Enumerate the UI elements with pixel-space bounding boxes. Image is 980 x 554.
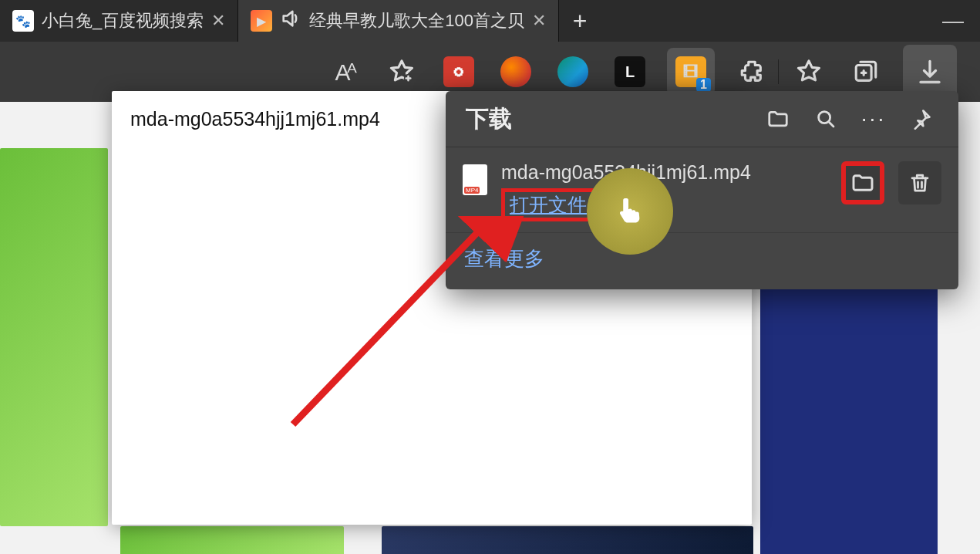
download-filename: mda-mg0a5534hjj1mj61.mp4: [501, 161, 841, 184]
pin-icon[interactable]: [904, 102, 938, 136]
tab-active-video-page[interactable]: ▶ 经典早教儿歌大全100首之贝 ✕: [238, 0, 559, 42]
download-actions: [841, 161, 941, 204]
extension-convert-icon[interactable]: [496, 52, 536, 92]
extension-l-icon[interactable]: L: [610, 52, 650, 92]
download-item[interactable]: mda-mg0a5534hjj1mj61.mp4 打开文件: [446, 147, 958, 233]
video-thumbnail[interactable]: [0, 148, 108, 526]
baidu-paw-icon: 🐾: [12, 10, 34, 32]
extension-video-catcher[interactable]: 🎞1: [667, 48, 715, 96]
favorites-button[interactable]: [789, 52, 829, 92]
minimize-button[interactable]: —: [926, 0, 980, 42]
extensions-button[interactable]: [732, 52, 772, 92]
open-file-link[interactable]: 打开文件: [501, 188, 595, 221]
collections-button[interactable]: [846, 52, 886, 92]
downloads-panel: 下载 ··· mda-mg0a5534hjj1mj61.mp4 打开文件 查看更…: [446, 91, 958, 289]
open-downloads-folder-icon[interactable]: [761, 102, 795, 136]
video-thumbnail[interactable]: [382, 526, 753, 554]
tab-strip: 🐾 小白兔_百度视频搜索 ✕ ▶ 经典早教儿歌大全100首之贝 ✕ + —: [0, 0, 980, 42]
video-app-icon: ▶: [251, 10, 272, 32]
extension-downloader-red[interactable]: ⭘: [439, 52, 479, 92]
new-tab-button[interactable]: +: [559, 0, 601, 42]
mute-icon[interactable]: [280, 8, 301, 34]
tab-title: 小白兔_百度视频搜索: [42, 9, 204, 32]
close-icon[interactable]: ✕: [211, 11, 225, 31]
file-type-icon: [463, 164, 487, 195]
close-icon[interactable]: ✕: [532, 11, 546, 31]
badge-count: 1: [696, 78, 711, 92]
downloads-title: 下载: [466, 103, 747, 135]
search-downloads-icon[interactable]: [809, 102, 843, 136]
video-thumbnail[interactable]: [120, 526, 344, 554]
read-aloud-button[interactable]: Aᴬ: [325, 52, 365, 92]
delete-download-button[interactable]: [898, 161, 941, 204]
extension-edge-icon[interactable]: [553, 52, 593, 92]
tab-baidu-video[interactable]: 🐾 小白兔_百度视频搜索 ✕: [0, 0, 238, 42]
video-thumbnail[interactable]: [760, 281, 938, 554]
see-more-link[interactable]: 查看更多: [446, 233, 958, 289]
tooltip-filename-text: mda-mg0a5534hjj1mj61.mp4: [130, 108, 380, 130]
more-options-icon[interactable]: ···: [857, 102, 891, 136]
tab-title: 经典早教儿歌大全100首之贝: [309, 9, 524, 32]
download-meta: mda-mg0a5534hjj1mj61.mp4 打开文件: [501, 161, 841, 221]
add-favorite-button[interactable]: [382, 52, 422, 92]
downloads-header: 下载 ···: [446, 91, 958, 147]
show-in-folder-button[interactable]: [841, 161, 884, 204]
